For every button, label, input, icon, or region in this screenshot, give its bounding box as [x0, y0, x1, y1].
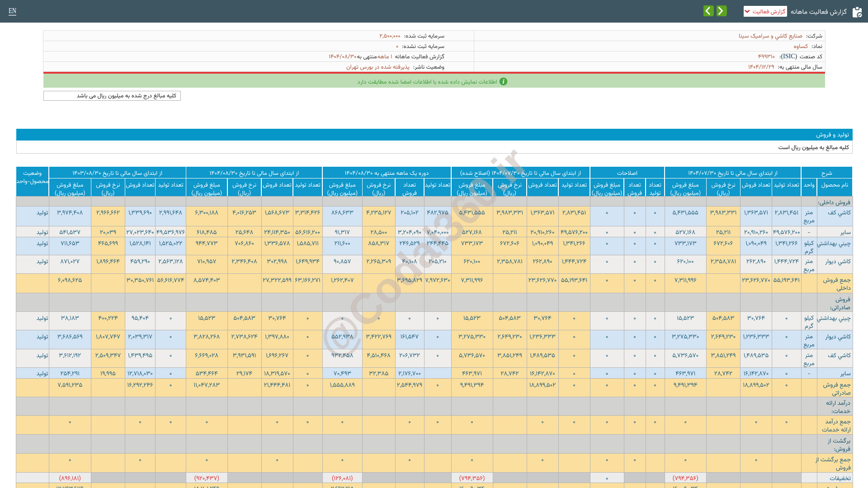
svg-text:EN: EN — [9, 7, 16, 14]
svg-text:i: i — [502, 78, 504, 85]
svg-text:(ISIC): (ISIC) — [781, 53, 797, 60]
